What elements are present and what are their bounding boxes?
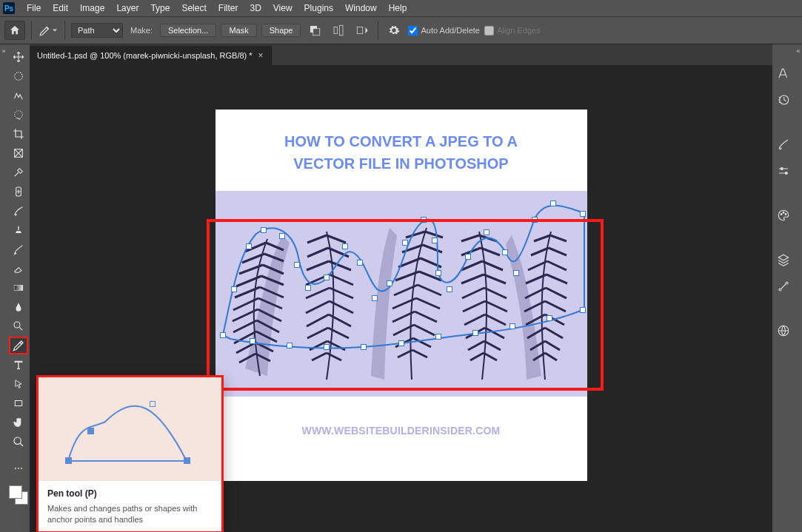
menu-layer[interactable]: Layer <box>110 3 144 13</box>
clone-stamp-tool[interactable] <box>10 222 27 238</box>
frame-tool[interactable] <box>10 145 27 161</box>
tool-preset-picker[interactable] <box>38 22 59 38</box>
tooltip-title: Pen tool (P) <box>47 488 213 499</box>
home-button[interactable] <box>4 21 25 40</box>
menu-filter[interactable]: Filter <box>213 3 244 13</box>
annotation-red-box-canvas <box>207 219 604 391</box>
expand-icon: » <box>1 47 5 532</box>
panel-brushes-icon[interactable] <box>775 136 792 152</box>
menu-bar: Ps File Edit Image Layer Type Select Fil… <box>0 0 802 16</box>
expand-icon: « <box>796 47 800 532</box>
pen-mode-select[interactable]: Path <box>71 23 123 38</box>
pen-tool[interactable] <box>10 337 27 354</box>
svg-rect-4 <box>358 27 364 34</box>
document-tabbar: Untitled-1.psd @ 100% (marek-piwnicki-un… <box>30 44 772 65</box>
eyedropper-tool[interactable] <box>10 164 27 181</box>
auto-add-delete-checkbox[interactable]: Auto Add/Delete <box>408 26 480 36</box>
quick-select-tool[interactable] <box>10 107 27 123</box>
type-tool[interactable] <box>10 357 27 373</box>
rectangle-tool[interactable] <box>10 395 27 411</box>
document-tab-title: Untitled-1.psd @ 100% (marek-piwnicki-un… <box>37 51 253 60</box>
menu-file[interactable]: File <box>21 3 47 13</box>
svg-point-12 <box>14 437 21 444</box>
auto-add-delete-label: Auto Add/Delete <box>421 26 480 35</box>
menu-help[interactable]: Help <box>383 3 413 13</box>
menu-select[interactable]: Select <box>176 3 212 13</box>
svg-rect-9 <box>14 286 23 291</box>
move-tool[interactable] <box>10 49 27 65</box>
tools-panel: ⋯ <box>7 44 30 532</box>
chevron-down-icon <box>52 27 58 33</box>
panel-layers-icon[interactable] <box>775 252 792 268</box>
zoom-tool[interactable] <box>10 434 27 450</box>
foreground-color-swatch[interactable] <box>9 485 22 499</box>
eraser-tool[interactable] <box>10 260 27 277</box>
canvas-title: HOW TO CONVERT A JPEG TO A VECTOR FILE I… <box>215 110 587 175</box>
canvas-footer-url: WWW.WEBSITEBUILDERINSIDER.COM <box>215 425 587 437</box>
pen-icon <box>39 24 52 37</box>
align-edges-input <box>484 26 494 36</box>
panel-history-icon[interactable] <box>775 92 792 108</box>
tooltip-preview <box>39 377 221 481</box>
menu-edit[interactable]: Edit <box>47 3 74 13</box>
close-icon[interactable]: × <box>258 50 264 61</box>
svg-point-17 <box>781 214 782 215</box>
svg-point-20 <box>779 289 781 291</box>
dodge-tool[interactable] <box>10 318 27 334</box>
make-mask-button[interactable]: Mask <box>221 24 256 37</box>
healing-brush-tool[interactable] <box>10 183 27 200</box>
auto-add-delete-input[interactable] <box>408 26 418 36</box>
svg-rect-2 <box>334 27 338 34</box>
svg-point-18 <box>783 212 784 213</box>
panel-color-icon[interactable] <box>775 207 792 223</box>
app-logo: Ps <box>3 2 15 14</box>
menu-3d[interactable]: 3D <box>244 3 267 13</box>
svg-point-19 <box>785 214 786 215</box>
svg-point-6 <box>15 111 23 119</box>
path-selection-tool[interactable] <box>10 376 27 392</box>
menu-type[interactable]: Type <box>144 3 176 13</box>
panel-libraries-icon[interactable] <box>775 323 792 339</box>
svg-point-21 <box>786 282 788 284</box>
panel-paths-icon[interactable] <box>775 278 792 294</box>
document-tab[interactable]: Untitled-1.psd @ 100% (marek-piwnicki-un… <box>30 46 272 65</box>
left-gutter[interactable]: » <box>0 44 7 532</box>
gear-icon <box>388 24 400 36</box>
gradient-tool[interactable] <box>10 280 27 296</box>
path-ops-icon <box>308 24 321 37</box>
svg-point-10 <box>14 322 20 328</box>
home-icon <box>9 24 21 36</box>
make-shape-button[interactable]: Shape <box>261 24 301 37</box>
path-operations-button[interactable] <box>305 22 324 38</box>
align-edges-label: Align Edges <box>497 26 541 35</box>
svg-point-16 <box>785 172 787 175</box>
path-arrangement-button[interactable] <box>352 22 372 38</box>
align-edges-checkbox: Align Edges <box>484 26 541 36</box>
lasso-tool[interactable] <box>10 87 27 104</box>
menu-plugins[interactable]: Plugins <box>298 3 339 13</box>
options-bar: Path Make: Selection... Mask Shape Auto … <box>0 16 802 44</box>
right-gutter[interactable]: « <box>795 44 802 532</box>
align-icon <box>332 24 345 37</box>
make-selection-button[interactable]: Selection... <box>160 24 216 37</box>
panel-character-icon[interactable] <box>775 65 792 81</box>
gear-button[interactable] <box>384 22 404 38</box>
tooltip-body: Makes and changes paths or shapes with a… <box>47 503 213 525</box>
history-brush-tool[interactable] <box>10 241 27 257</box>
canvas[interactable]: HOW TO CONVERT A JPEG TO A VECTOR FILE I… <box>215 110 587 481</box>
svg-point-15 <box>781 168 783 170</box>
blur-tool[interactable] <box>10 299 27 315</box>
color-swatches[interactable] <box>9 485 28 505</box>
edit-toolbar-button[interactable]: ⋯ <box>10 460 27 477</box>
path-alignment-button[interactable] <box>329 22 348 38</box>
hand-tool[interactable] <box>10 414 27 431</box>
crop-tool[interactable] <box>10 126 27 142</box>
menu-image[interactable]: Image <box>74 3 110 13</box>
right-panels <box>772 44 795 532</box>
brush-tool[interactable] <box>10 203 27 219</box>
menu-view[interactable]: View <box>267 3 298 13</box>
menu-window[interactable]: Window <box>339 3 383 13</box>
panel-adjustments-icon[interactable] <box>775 163 792 179</box>
svg-rect-11 <box>15 401 21 406</box>
marquee-tool[interactable] <box>10 68 27 84</box>
